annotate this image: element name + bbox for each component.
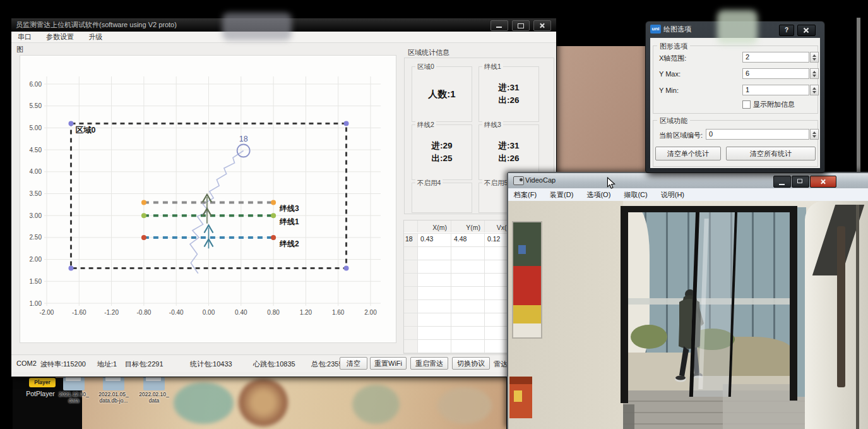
status-addr: 地址:1 bbox=[97, 360, 117, 369]
svg-text:1.60: 1.60 bbox=[332, 309, 345, 316]
tracking-chart: -2.00-1.60-1.20-0.80-0.400.000.400.801.2… bbox=[20, 56, 396, 342]
stat-box-tripwire2: 绊线2 进:29 出:25 bbox=[412, 124, 472, 180]
y-max-spinner[interactable] bbox=[810, 68, 819, 79]
restart-radar-button[interactable]: 重启雷达 bbox=[410, 357, 448, 370]
status-heartbeat-packets: 心跳包:10835 bbox=[253, 360, 295, 369]
svg-text:1.00: 1.00 bbox=[30, 300, 42, 307]
folder-label[interactable]: 2021.12.30_ data bbox=[54, 391, 94, 404]
tripwire1-out: 出:26 bbox=[498, 94, 519, 107]
svg-text:区域0: 区域0 bbox=[75, 126, 95, 135]
dialog-app-icon: uni bbox=[650, 25, 661, 33]
scene-open-glass-door bbox=[689, 210, 737, 397]
menu-upgrade[interactable]: 升级 bbox=[82, 32, 109, 42]
menu-parameter-settings[interactable]: 参数设置 bbox=[40, 32, 80, 42]
y-min-label: Y Min: bbox=[659, 87, 679, 94]
show-extra-info-checkbox[interactable] bbox=[742, 100, 751, 109]
videocap-menu-bar: 档案(F) 装置(D) 选项(O) 撷取(C) 说明(H) bbox=[508, 188, 868, 202]
svg-text:18: 18 bbox=[239, 135, 248, 143]
svg-text:绊线2: 绊线2 bbox=[279, 239, 299, 248]
svg-text:-0.40: -0.40 bbox=[169, 309, 184, 316]
menu-help[interactable]: 说明(H) bbox=[655, 188, 690, 200]
y-max-input[interactable]: 6 bbox=[742, 68, 809, 79]
reset-wifi-button[interactable]: 重置WiFi bbox=[370, 357, 407, 370]
folder-icon[interactable] bbox=[103, 377, 124, 390]
menu-device[interactable]: 装置(D) bbox=[544, 188, 579, 200]
background-window-edge bbox=[857, 18, 860, 172]
y-max-label: Y Max: bbox=[659, 70, 681, 78]
blurred-region bbox=[717, 10, 758, 44]
show-extra-info-label: 显示附加信息 bbox=[753, 100, 795, 109]
blurred-region bbox=[222, 13, 292, 40]
y-min-spinner[interactable] bbox=[810, 85, 819, 95]
clear-button[interactable]: 清空 bbox=[340, 357, 367, 370]
tripwire1-in: 进:31 bbox=[498, 82, 519, 94]
svg-text:-0.80: -0.80 bbox=[137, 309, 152, 316]
dialog-close-button[interactable] bbox=[797, 25, 816, 36]
wallpaper-cup bbox=[352, 385, 400, 424]
dialog-title: 绘图选项 bbox=[663, 25, 691, 34]
status-baud: 波特率:115200 bbox=[40, 360, 86, 369]
current-region-input[interactable]: 0 bbox=[706, 129, 809, 140]
y-min-input[interactable]: 1 bbox=[742, 85, 809, 95]
scene-fire-extinguisher-box bbox=[509, 377, 532, 418]
close-button[interactable] bbox=[533, 20, 551, 31]
region0-count: 人数:1 bbox=[428, 88, 455, 100]
stat-box-region0: 区域0 人数:1 bbox=[412, 66, 472, 122]
wallpaper-plates bbox=[239, 378, 288, 426]
desktop: 员监测雷达上位机调试软件(software using V2 proto) 串口… bbox=[0, 0, 868, 429]
mouse-cursor bbox=[607, 177, 615, 190]
clear-single-stat-button[interactable]: 清空单个统计 bbox=[655, 147, 721, 160]
clear-all-stats-button[interactable]: 清空所有统计 bbox=[726, 147, 816, 160]
x-range-label: X轴范围: bbox=[659, 54, 686, 63]
x-range-input[interactable]: 2 bbox=[742, 52, 809, 63]
svg-text:4.50: 4.50 bbox=[30, 147, 42, 154]
view-label: 图 bbox=[16, 45, 23, 54]
current-region-label: 当前区域编号: bbox=[659, 131, 703, 140]
wallpaper-glass bbox=[174, 382, 234, 424]
status-target-packets: 目标包:2291 bbox=[125, 360, 163, 369]
svg-text:绊线3: 绊线3 bbox=[279, 204, 299, 213]
menu-file[interactable]: 档案(F) bbox=[508, 188, 542, 200]
svg-text:-1.20: -1.20 bbox=[104, 309, 119, 316]
svg-text:0.00: 0.00 bbox=[203, 309, 215, 316]
folder-icon[interactable] bbox=[143, 377, 165, 390]
svg-text:6.00: 6.00 bbox=[30, 81, 42, 88]
dialog-content: 图形选项 X轴范围: 2 Y Max: 6 Y Min: 1 显示附加信息 区域… bbox=[650, 38, 820, 168]
radar-debug-window: 员监测雷达上位机调试软件(software using V2 proto) 串口… bbox=[11, 18, 557, 377]
svg-text:2.00: 2.00 bbox=[364, 309, 377, 316]
potplayer-icon[interactable]: Player bbox=[29, 378, 56, 387]
videocap-window: VideoCap 档案(F) 装置(D) 选项(O) 撷取(C) 说明(H) bbox=[507, 172, 868, 429]
help-button[interactable]: ? bbox=[779, 25, 794, 36]
scene-poster bbox=[512, 221, 542, 339]
tripwire2-out: 出:25 bbox=[431, 152, 452, 165]
maximize-button[interactable] bbox=[512, 20, 530, 31]
current-region-spinner[interactable] bbox=[810, 129, 819, 140]
status-bar: COM2 波特率:115200 地址:1 目标包:2291 统计包:10433 … bbox=[11, 354, 556, 372]
svg-text:-1.60: -1.60 bbox=[72, 309, 86, 316]
col-x: X(m) bbox=[418, 221, 451, 233]
videocap-minimize-button[interactable] bbox=[773, 176, 791, 188]
menu-options[interactable]: 选项(O) bbox=[581, 188, 616, 200]
videocap-title: VideoCap bbox=[525, 176, 556, 184]
svg-text:2.50: 2.50 bbox=[30, 234, 42, 241]
svg-text:4.00: 4.00 bbox=[30, 168, 42, 175]
svg-text:2.00: 2.00 bbox=[30, 256, 42, 263]
wallpaper-bowl bbox=[437, 387, 492, 424]
tracking-chart-panel: -2.00-1.60-1.20-0.80-0.400.000.400.801.2… bbox=[20, 55, 396, 343]
row-id: 18 bbox=[404, 234, 418, 246]
x-range-spinner[interactable] bbox=[810, 52, 819, 63]
videocap-maximize-button[interactable] bbox=[792, 176, 809, 188]
menu-serial-port[interactable]: 串口 bbox=[11, 32, 38, 42]
videocap-close-button[interactable] bbox=[810, 176, 836, 188]
svg-text:5.00: 5.00 bbox=[30, 124, 42, 131]
switch-protocol-button[interactable]: 切换协议 bbox=[452, 357, 490, 370]
scene-pipe bbox=[837, 226, 845, 387]
scene-planter bbox=[631, 325, 667, 349]
videocap-titlebar[interactable]: VideoCap bbox=[508, 173, 868, 189]
minimize-button[interactable] bbox=[490, 20, 508, 31]
svg-text:5.50: 5.50 bbox=[30, 102, 42, 109]
folder-label[interactable]: 2022.02.10_ data bbox=[134, 391, 174, 404]
menu-capture[interactable]: 撷取(C) bbox=[618, 188, 653, 200]
folder-label[interactable]: 2022.01.05_ data.db-jo... bbox=[93, 391, 134, 404]
folder-icon[interactable] bbox=[63, 377, 85, 390]
